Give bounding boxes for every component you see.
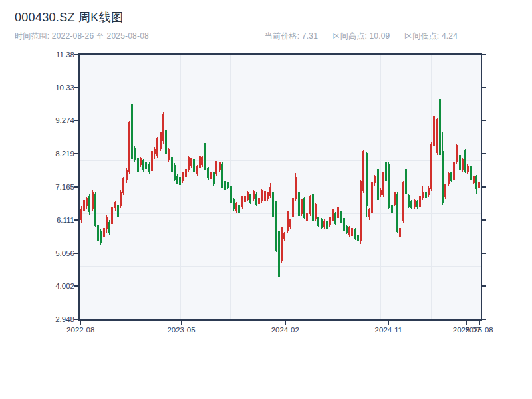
- y-axis-tick-mark: [74, 253, 78, 254]
- candle-up: [456, 145, 458, 162]
- candle-up: [337, 207, 339, 219]
- candle-down: [416, 201, 418, 207]
- candle-up: [103, 228, 105, 237]
- x-axis-tick-mark: [479, 321, 480, 325]
- candle-down: [405, 169, 407, 194]
- candle-down: [408, 195, 410, 207]
- y-axis-tick-mark-right: [482, 153, 486, 154]
- candle-up: [399, 228, 401, 237]
- candle-down: [391, 205, 393, 213]
- x-axis-tick-label: 2024-11: [375, 326, 402, 334]
- candle-up: [267, 192, 269, 200]
- candle-down: [298, 192, 300, 216]
- candle-down: [88, 196, 90, 212]
- candle-up: [151, 151, 153, 170]
- candle-up: [332, 209, 334, 221]
- candle-up: [309, 196, 311, 214]
- candle-down: [97, 225, 99, 241]
- y-axis-tick-mark-right: [482, 54, 486, 55]
- y-axis-tick-mark: [74, 54, 78, 55]
- candle-up: [478, 182, 480, 188]
- candle-down: [459, 155, 461, 170]
- candle-up: [348, 227, 350, 235]
- y-axis-tick-mark-right: [482, 219, 486, 221]
- candle-down: [354, 229, 356, 239]
- y-axis-tick-label: 10.33: [40, 84, 74, 92]
- y-axis-tick-mark: [74, 186, 78, 188]
- candle-down: [312, 194, 314, 221]
- candle-up: [201, 157, 203, 165]
- candle-down: [131, 104, 133, 160]
- candle-up: [215, 161, 217, 174]
- candle-up: [380, 190, 382, 195]
- candle-up: [283, 233, 285, 239]
- candlestick-layer: [80, 55, 481, 319]
- candle-up: [323, 221, 325, 227]
- candle-down: [303, 198, 305, 218]
- candle-down: [145, 162, 147, 168]
- candle-up: [473, 176, 475, 182]
- x-axis-tick-mark: [181, 321, 182, 325]
- v-gridline: [130, 55, 130, 319]
- kline-page: { "header": { "title": "000430.SZ 周K线图",…: [0, 0, 532, 399]
- candle-up: [264, 191, 266, 201]
- candle-up: [433, 116, 435, 145]
- x-axis-tick-label: 2023-05: [167, 326, 195, 334]
- candle-up: [292, 198, 294, 217]
- candle-down: [278, 231, 280, 277]
- candle-up: [106, 217, 108, 229]
- candle-down: [326, 221, 328, 229]
- candle-down: [171, 157, 173, 172]
- price-stats: 当前价格: 7.31 区间高点: 10.09 区间低点: 4.24: [265, 31, 469, 42]
- y-axis-tick-label: 9.274: [40, 116, 74, 124]
- candle-up: [261, 190, 263, 201]
- candle-down: [340, 211, 342, 223]
- candle-down: [343, 218, 345, 230]
- candle-down: [255, 194, 257, 205]
- candle-up: [281, 227, 283, 261]
- candle-down: [230, 186, 232, 203]
- candle-down: [176, 176, 178, 183]
- candle-down: [227, 182, 229, 188]
- candle-down: [148, 164, 150, 172]
- x-axis-tick-label: 2024-02: [271, 326, 299, 334]
- candle-up: [111, 207, 113, 223]
- page-title: 000430.SZ 周K线图: [15, 9, 123, 25]
- y-axis-tick-mark: [74, 87, 78, 88]
- v-gridline: [331, 55, 331, 319]
- candle-down: [213, 172, 215, 184]
- y-axis-tick-mark: [74, 219, 78, 221]
- candle-down: [366, 153, 368, 206]
- y-axis-tick-label: 7.165: [40, 183, 74, 191]
- candle-up: [92, 192, 94, 209]
- candle-down: [238, 205, 240, 213]
- candle-down: [317, 217, 319, 226]
- candle-down: [442, 151, 444, 203]
- y-axis-tick-mark-right: [482, 253, 486, 254]
- y-axis-tick-mark: [74, 153, 78, 154]
- candle-down: [193, 159, 195, 172]
- candle-down: [377, 169, 379, 200]
- kline-chart-plot-area: [78, 53, 482, 321]
- candle-up: [219, 162, 221, 170]
- candle-down: [275, 201, 277, 250]
- candle-down: [117, 205, 119, 217]
- candle-up: [253, 191, 255, 198]
- v-gridline: [380, 55, 381, 319]
- candle-up: [241, 196, 243, 207]
- candle-down: [439, 99, 441, 154]
- candle-up: [140, 158, 142, 165]
- candle-up: [199, 156, 201, 168]
- candle-up: [374, 176, 376, 182]
- candle-up: [448, 173, 450, 184]
- candle-down: [450, 172, 452, 181]
- y-axis-tick-label: 8.219: [40, 150, 74, 158]
- y-axis-tick-label: 6.111: [40, 216, 74, 224]
- candle-up: [80, 209, 82, 221]
- y-axis-tick-mark-right: [482, 319, 486, 320]
- candle-down: [100, 231, 102, 243]
- candle-up: [128, 122, 130, 172]
- y-axis-tick-mark-right: [482, 87, 486, 88]
- candle-down: [321, 219, 323, 229]
- candle-down: [224, 181, 226, 190]
